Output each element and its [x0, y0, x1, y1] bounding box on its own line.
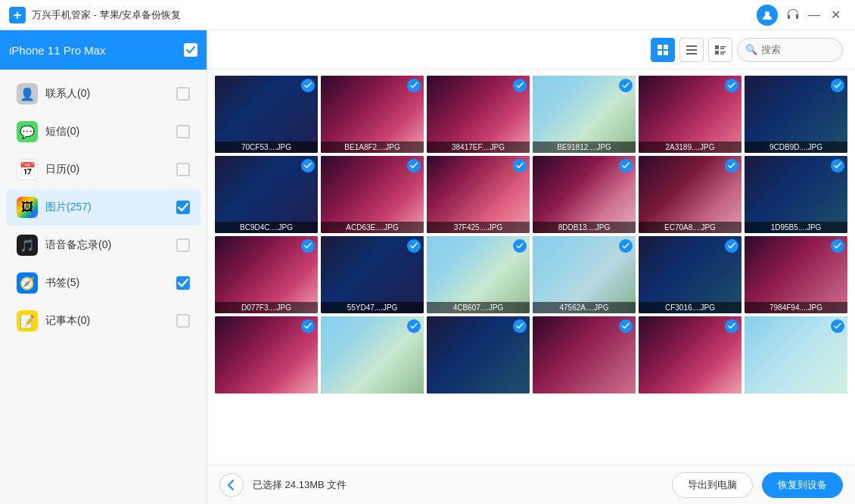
image-checkbox[interactable] [831, 79, 844, 92]
minimize-button[interactable]: — [804, 5, 825, 26]
image-checkbox[interactable] [725, 239, 738, 253]
image-item[interactable]: D077F3....JPG [215, 236, 318, 313]
image-item[interactable]: BC9D4C....JPG [215, 156, 318, 233]
image-thumbnail: BE1A8F2....JPG [321, 76, 424, 153]
image-checkbox[interactable] [619, 79, 633, 92]
svg-rect-12 [720, 48, 724, 49]
image-item[interactable] [639, 316, 742, 394]
image-label: 47562A....JPG [533, 302, 636, 313]
notes-checkbox[interactable] [176, 314, 190, 328]
image-item[interactable] [321, 316, 424, 394]
image-checkbox[interactable] [725, 79, 738, 92]
image-thumbnail: 47562A....JPG [533, 236, 636, 313]
sidebar-item-calendar[interactable]: 📅 日历(0) [6, 151, 201, 188]
image-checkbox[interactable] [619, 239, 633, 253]
image-checkbox[interactable] [301, 319, 315, 333]
image-checkbox[interactable] [831, 159, 844, 173]
sidebar-item-contacts[interactable]: 👤 联系人(0) [6, 76, 201, 112]
titlebar: 万兴手机管家 - 苹果/安卓备份恢复 — ✕ [0, 0, 855, 30]
image-label: 70CF53....JPG [215, 142, 318, 153]
image-item[interactable]: EC70A8....JPG [639, 156, 742, 233]
image-checkbox[interactable] [725, 159, 738, 173]
sidebar-item-bookmarks[interactable]: 🧭 书签(5) [6, 265, 201, 301]
voice-icon: 🎵 [17, 235, 38, 256]
image-checkbox[interactable] [725, 319, 738, 333]
sidebar-item-voice[interactable]: 🎵 语音备忘录(0) [6, 227, 201, 263]
image-thumbnail: 38417EF....JPG [427, 76, 530, 153]
image-item[interactable]: ACD63E....JPG [321, 156, 424, 233]
image-checkbox[interactable] [513, 159, 527, 173]
image-label: 55YD47....JPG [321, 302, 424, 313]
image-checkbox[interactable] [513, 319, 527, 333]
image-item[interactable]: BE91812....JPG [533, 76, 636, 153]
contacts-checkbox[interactable] [176, 87, 190, 101]
sidebar-item-photos[interactable]: 🖼 图片(257) [6, 189, 201, 226]
image-checkbox[interactable] [301, 159, 315, 173]
image-thumbnail: 9CDB9D....JPG [745, 76, 847, 153]
export-button[interactable]: 导出到电脑 [672, 472, 753, 498]
image-item[interactable]: 70CF53....JPG [215, 76, 318, 153]
bookmarks-checkbox[interactable] [176, 276, 190, 290]
image-item[interactable]: 37F425....JPG [427, 156, 530, 233]
user-icon[interactable] [757, 5, 778, 26]
sms-icon: 💬 [17, 121, 38, 142]
close-button[interactable]: ✕ [825, 5, 846, 26]
image-item[interactable] [427, 316, 530, 394]
image-item[interactable]: 4CB607....JPG [427, 236, 530, 313]
view-grid-button[interactable] [651, 38, 675, 62]
image-thumbnail: 70CF53....JPG [215, 76, 318, 153]
image-item[interactable]: CF3016....JPG [639, 236, 742, 313]
image-thumbnail [639, 316, 742, 394]
sidebar-item-sms[interactable]: 💬 短信(0) [6, 114, 201, 150]
back-button[interactable] [219, 473, 244, 497]
image-thumbnail: D077F3....JPG [215, 236, 318, 313]
voice-checkbox[interactable] [176, 238, 190, 252]
image-checkbox[interactable] [619, 159, 633, 173]
calendar-checkbox[interactable] [176, 163, 190, 176]
image-thumbnail: BE91812....JPG [533, 76, 636, 153]
device-checkbox[interactable] [184, 43, 197, 57]
image-checkbox[interactable] [407, 79, 421, 92]
sidebar-item-notes[interactable]: 📝 记事本(0) [6, 303, 201, 339]
search-input[interactable] [761, 44, 835, 55]
image-label: ACD63E....JPG [321, 222, 424, 233]
image-thumbnail [745, 316, 847, 394]
image-checkbox[interactable] [407, 319, 421, 333]
image-item[interactable]: 2A3189....JPG [639, 76, 742, 153]
image-item[interactable]: 9CDB9D....JPG [745, 76, 847, 153]
image-label: 38417EF....JPG [427, 142, 530, 153]
photos-checkbox[interactable] [176, 201, 190, 214]
image-thumbnail: 8DDB13....JPG [533, 156, 636, 233]
svg-rect-5 [658, 51, 662, 55]
image-label: 4CB607....JPG [427, 302, 530, 313]
image-checkbox[interactable] [831, 319, 844, 333]
image-item[interactable]: 7984F94....JPG [745, 236, 847, 313]
image-item[interactable]: 1D95B5....JPG [745, 156, 847, 233]
image-item[interactable] [215, 316, 318, 394]
image-checkbox[interactable] [407, 159, 421, 173]
image-item[interactable] [745, 316, 847, 394]
headset-icon[interactable] [782, 5, 804, 26]
image-item[interactable] [533, 316, 636, 394]
image-item[interactable]: 55YD47....JPG [321, 236, 424, 313]
view-list-button[interactable] [679, 38, 704, 62]
photos-icon: 🖼 [17, 197, 38, 218]
sms-checkbox[interactable] [176, 125, 190, 138]
restore-button[interactable]: 恢复到设备 [762, 472, 843, 498]
image-checkbox[interactable] [831, 239, 844, 253]
image-item[interactable]: 38417EF....JPG [427, 76, 530, 153]
image-checkbox[interactable] [301, 79, 315, 92]
image-checkbox[interactable] [619, 319, 633, 333]
image-item[interactable]: 8DDB13....JPG [533, 156, 636, 233]
image-checkbox[interactable] [301, 239, 315, 253]
image-checkbox[interactable] [513, 239, 527, 253]
image-checkbox[interactable] [513, 79, 527, 92]
image-item[interactable]: 47562A....JPG [533, 236, 636, 313]
sidebar-items: 👤 联系人(0) 💬 短信(0) 📅 日历(0) 🖼 [0, 70, 207, 504]
image-item[interactable]: BE1A8F2....JPG [321, 76, 424, 153]
svg-rect-10 [715, 45, 719, 49]
svg-rect-4 [664, 45, 668, 49]
image-checkbox[interactable] [407, 239, 421, 253]
main-layout: iPhone 11 Pro Max 👤 联系人(0) 💬 短信(0) [0, 30, 855, 504]
view-detail-button[interactable] [708, 38, 732, 62]
